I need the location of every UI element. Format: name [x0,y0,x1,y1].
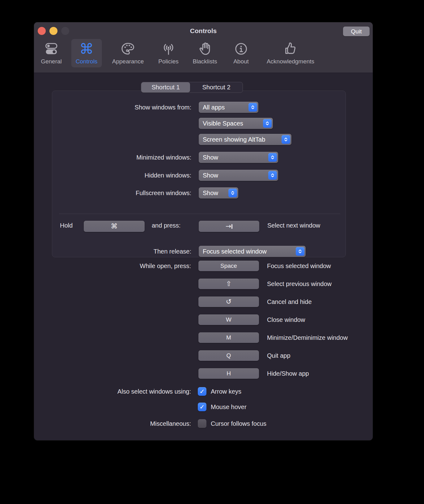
minimized-windows-select[interactable]: Show [199,152,278,163]
hidden-windows-select[interactable]: Show [199,170,278,181]
toolbar-item-policies[interactable]: Policies [154,39,183,67]
mouse-hover-label: Mouse hover [211,404,247,411]
show-windows-spaces-value: Visible Spaces [199,120,256,127]
h-key-label: H [227,370,231,377]
tab-shortcut-2-label: Shortcut 2 [202,84,230,91]
then-release-value: Focus selected window [199,248,279,255]
chevron-up-down-icon [263,119,272,128]
cancel-hide-key[interactable]: ↺ [198,297,259,307]
checkmark-icon: ✓ [200,420,205,427]
cursor-follows-focus-checkbox[interactable]: ✓ [198,419,206,428]
show-windows-screens-select[interactable]: Screen showing AltTab [199,134,291,145]
miscellaneous-label: Miscellaneous: [34,420,191,427]
then-release-select[interactable]: Focus selected window [199,246,306,257]
mouse-hover-checkbox[interactable]: ✓ [198,403,206,411]
show-windows-from-label: Show windows from: [52,104,191,111]
select-previous-key[interactable]: ⇧ [198,279,259,289]
toolbar-label-controls: Controls [76,58,98,65]
toolbar-item-controls[interactable]: ⌘ Controls [71,39,102,67]
thumbs-up-icon [283,41,298,57]
close-window-desc: Close window [267,316,305,323]
shortcut-settings-panel: Show windows from: All apps Visible Spac… [52,91,346,257]
quit-button-label: Quit [351,28,362,35]
hidden-windows-label: Hidden windows: [52,172,191,179]
q-key-label: Q [227,352,231,359]
hold-modifier-key-recorder[interactable]: ⌘ [84,221,145,232]
quit-app-desc: Quit app [267,352,290,359]
focus-window-desc: Focus selected window [267,263,331,270]
quit-button[interactable]: Quit [343,27,370,36]
hold-label: Hold [60,222,73,229]
toolbar-label-blacklists: Blacklists [193,58,217,65]
toggles-icon [44,41,59,57]
while-open-press-label: While open, press: [34,263,191,270]
close-window-key[interactable]: W [198,314,259,325]
alttab-preferences-window: Controls Quit General ⌘ [34,22,373,440]
show-windows-apps-value: All apps [199,104,237,111]
toolbar-label-about: About [233,58,249,65]
hand-raised-icon [197,41,212,57]
toolbar-item-blacklists[interactable]: Blacklists [188,39,221,67]
select-next-window-label: Select next window [267,222,320,229]
toolbar-label-policies: Policies [158,58,178,65]
toolbar-item-general[interactable]: General [36,39,66,67]
quit-app-key[interactable]: Q [198,350,259,361]
fullscreen-windows-value: Show [199,190,231,197]
tab-shortcut-1[interactable]: Shortcut 1 [141,82,190,92]
tab-key-glyph: → [226,223,231,230]
toolbar-item-acknowledgments[interactable]: Acknowledgments [262,39,319,67]
info-circle-icon [234,41,248,57]
and-press-label: and press: [152,222,180,229]
chevron-up-down-icon [248,103,257,112]
toolbar-label-acknowledgments: Acknowledgments [267,58,314,65]
also-select-windows-label: Also select windows using: [34,388,191,395]
hide-show-app-desc: Hide/Show app [267,370,309,377]
chevron-up-down-icon [296,247,304,256]
shift-key-glyph: ⇧ [226,280,231,287]
cancel-hide-desc: Cancel and hide [267,298,312,305]
arrow-keys-checkbox[interactable]: ✓ [198,387,206,396]
hidden-windows-value: Show [199,172,231,179]
hide-show-app-key[interactable]: H [198,368,259,379]
then-release-label: Then release: [52,248,191,255]
chevron-up-down-icon [268,171,277,180]
show-windows-spaces-select[interactable]: Visible Spaces [199,118,273,129]
chevron-up-down-icon [268,153,277,162]
desktop: Controls Quit General ⌘ [0,0,424,504]
antenna-icon [161,41,176,57]
palette-icon [121,41,135,57]
fullscreen-windows-label: Fullscreen windows: [52,190,191,197]
toolbar-item-appearance[interactable]: Appearance [108,39,148,67]
next-window-key-recorder[interactable]: → [199,221,259,232]
cursor-follows-focus-label: Cursor follows focus [211,420,266,427]
tab-key-bar [231,224,232,229]
command-key-glyph: ⌘ [111,223,118,230]
select-previous-desc: Select previous window [267,280,332,288]
checkmark-icon: ✓ [200,403,205,411]
command-icon: ⌘ [79,41,94,57]
minimized-windows-value: Show [199,154,231,161]
chevron-up-down-icon [282,135,290,144]
minimize-key[interactable]: M [198,332,259,343]
toolbar-label-general: General [41,58,62,65]
window-header: Controls Quit General ⌘ [34,22,373,73]
escape-key-glyph: ↺ [226,298,231,305]
fullscreen-windows-select[interactable]: Show [199,187,238,199]
m-key-label: M [226,334,231,341]
tab-shortcut-1-label: Shortcut 1 [151,84,180,91]
chevron-up-down-icon [228,189,237,197]
minimize-desc: Minimize/Deminimize window [267,334,348,341]
show-windows-apps-select[interactable]: All apps [199,102,258,113]
toolbar-item-about[interactable]: About [229,39,253,67]
panel-divider [59,214,340,214]
arrow-keys-label: Arrow keys [211,388,241,395]
shortcut-tab-group: Shortcut 1 Shortcut 2 [141,82,243,93]
tab-shortcut-2[interactable]: Shortcut 2 [190,82,243,92]
w-key-label: W [226,316,231,323]
space-key-label: Space [220,263,237,269]
checkmark-icon: ✓ [200,388,205,395]
show-windows-screens-value: Screen showing AltTab [199,136,278,143]
window-title: Controls [34,27,373,35]
focus-window-key[interactable]: Space [198,261,259,271]
toolbar-label-appearance: Appearance [112,58,144,65]
